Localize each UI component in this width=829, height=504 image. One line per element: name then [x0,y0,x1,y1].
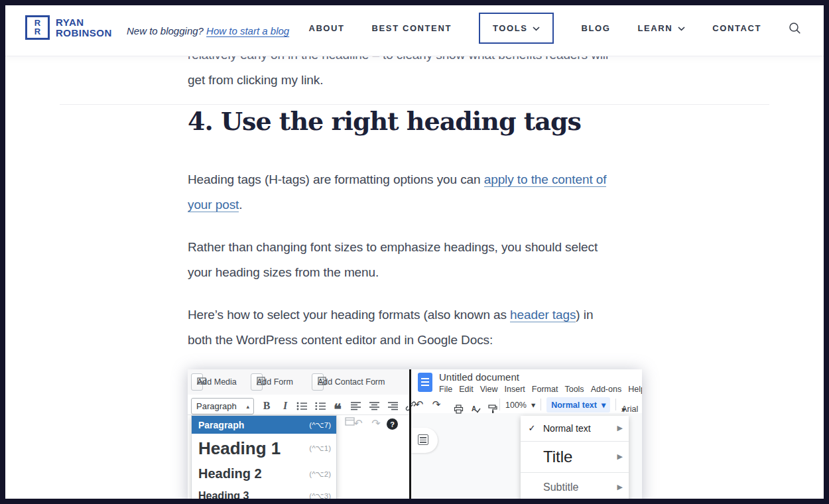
help-icon: ? [387,418,398,430]
paragraph-2-line-2: your heading sizes from the menu. [188,260,379,285]
blockquote-icon: ❝ [330,399,345,413]
wp-format-option-paragraph: Paragraph (^⌥7) [192,416,336,434]
submenu-arrow-icon: ▶ [617,452,623,461]
nav-blog[interactable]: BLOG [581,23,610,33]
gdocs-menu-edit: Edit [459,385,474,394]
redo-icon: ↷ [369,417,383,430]
submenu-arrow-icon: ▶ [617,483,623,491]
undo-icon: ↶ [413,399,425,410]
chevron-down-icon [678,23,685,33]
nav-learn[interactable]: LEARN [637,23,685,33]
align-center-icon [367,399,382,413]
gdocs-menu-view: View [480,385,498,394]
nav-contact[interactable]: CONTACT [712,23,761,33]
apply-to-content-link[interactable]: your post [188,198,239,212]
gdocs-outline-tab [411,428,438,453]
gdocs-document-title: Untitled document [439,371,519,383]
intro-line: get from clicking my link. [188,68,323,93]
align-right-icon [386,399,401,413]
wp-format-option-heading-3: Heading 3 (^⌥3) [192,485,336,504]
nav-about[interactable]: ABOUT [308,23,344,33]
gdocs-menu-addons: Add-ons [591,385,622,394]
search-icon[interactable] [789,22,801,34]
paragraph-3-line-2: both the WordPress content editor and in… [188,328,493,353]
submenu-arrow-icon: ▶ [617,424,623,432]
site-header: R R RYAN ROBINSON New to blogging? How t… [5,0,824,56]
tagline-prefix: New to blogging? [127,25,206,36]
paragraph-1-line-1: Heading tags (H-tags) are formatting opt… [188,167,606,192]
header-tags-link[interactable]: header tags [510,308,576,322]
svg-text:A: A [472,405,476,412]
gdocs-menu-tools: Tools [564,385,584,394]
italic-icon: I [278,399,292,413]
gdocs-menu-file: File [439,385,452,394]
numbered-list-icon [313,399,328,413]
nav-tools[interactable]: TOOLS [479,13,554,44]
add-form-button: Add Form [251,373,263,391]
gdocs-menu-help: Help [628,385,642,394]
gdocs-style-option-subtitle: Subtitle ▶ [521,472,629,501]
toolbar-separator [615,399,616,410]
caret-up-icon: ▴ [246,403,249,410]
wp-format-option-heading-2: Heading 2 (^⌥2) [192,463,336,485]
paragraph-2-line-1: Rather than changing font sizes to empha… [188,235,598,260]
add-contact-form-button: Add Contact Form [312,373,324,391]
bulleted-list-icon [294,399,309,413]
gdocs-toolbar: ↶ ↷ A 100% ▾ Normal text ▾ Arial▾ 11 [413,396,642,413]
section-heading: 4. Use the right heading tags [188,106,581,136]
undo-icon: ↶ [351,417,365,430]
paragraph-3-line-1: Here’s how to select your heading format… [188,302,593,328]
logo-wordmark: RYAN ROBINSON [56,17,112,38]
add-media-button: Add Media [191,373,203,391]
section-divider [60,104,769,105]
chevron-down-icon [533,23,540,33]
redo-icon: ↷ [430,399,442,410]
gdocs-menu-insert: Insert [505,385,525,394]
gdocs-style-option-title: Title ▶ [521,441,629,472]
google-docs-icon [418,373,432,392]
gdocs-zoom-select: 100% ▾ [505,400,535,410]
toolbar-separator [499,399,500,410]
align-left-icon [349,399,363,413]
wp-format-option-heading-1: Heading 1 (^⌥1) [192,434,336,463]
gdocs-style-dropdown: ✓ Normal text ▶ Title ▶ Subtitle ▶ [521,416,629,504]
gdocs-style-select: Normal text ▾ [546,397,610,412]
document-outline-icon [418,434,428,445]
logo[interactable]: R R RYAN ROBINSON [25,15,112,40]
main-nav: ABOUT BEST CONTENT TOOLS BLOG LEARN CONT… [340,0,801,56]
gdocs-menubar: File Edit View Insert Format Tools Add-o… [439,385,642,394]
gdocs-style-option-normal-text: ✓ Normal text ▶ [521,416,629,440]
start-a-blog-link[interactable]: How to start a blog [206,25,289,36]
toolbar-separator [541,399,541,410]
article-content: relatively early on in the headline – to… [0,0,829,504]
check-icon: ✓ [521,423,543,433]
logo-monogram-icon: R R [25,15,50,40]
page: R R RYAN ROBINSON New to blogging? How t… [0,0,829,504]
tagline: New to blogging? How to start a blog [127,25,289,36]
paragraph-1-line-2: your post. [188,192,242,218]
apply-to-content-link[interactable]: apply to the content of [484,172,607,187]
nav-best-content[interactable]: BEST CONTENT [372,23,452,33]
wp-format-select: Paragraph ▴ [191,398,254,414]
caret-down-icon: ▾ [621,405,625,414]
wp-format-dropdown: Paragraph (^⌥7) Heading 1 (^⌥1) Heading … [191,415,337,504]
gdocs-menu-format: Format [532,385,558,394]
article-image-heading-tags-editors: Add Media Add Form Add Contact Form Para… [188,369,642,504]
bold-icon: B [259,399,274,413]
